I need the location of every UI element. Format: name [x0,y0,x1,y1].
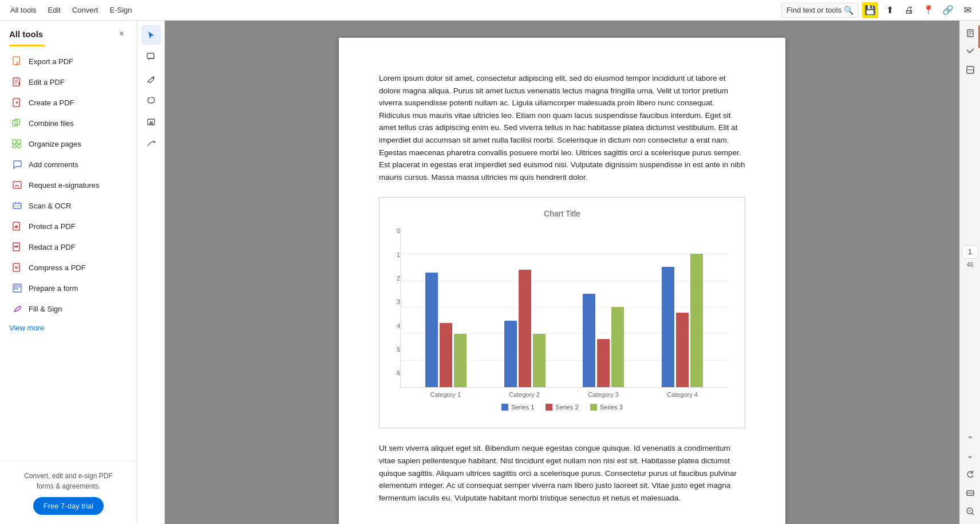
rotate-tool[interactable] [962,467,978,483]
prepare-form-label: Prepare a form [29,284,78,293]
search-icon: 🔍 [844,6,853,15]
menu-edit[interactable]: Edit [42,2,66,18]
x-label-2: Category 2 [485,391,564,398]
sidebar-title: All tools [9,29,43,39]
page-indicator: 1 [962,245,978,259]
cat3-series2-bar [597,339,610,387]
text-format-tool[interactable]: AA| [141,112,161,132]
svg-rect-26 [147,53,154,58]
category-4-bars [643,254,722,387]
content-area: Lorem ipsum dolor sit amet, consectetur … [165,21,959,524]
cat3-series3-bar [611,307,624,387]
edit-pdf-label: Edit a PDF [29,78,65,86]
link-icon[interactable]: 🔗 [940,2,956,18]
chart-legend: Series 1 Series 2 Series 3 [397,404,728,411]
menu-right: Find text or tools 🔍 💾 ⬆ 🖨 📍 🔗 ✉ [781,2,975,18]
sidebar-promo: Convert, edit and e-sign PDF forms & agr… [0,461,137,524]
sidebar-item-prepare-form[interactable]: Prepare a form [2,278,135,298]
x-label-1: Category 1 [406,391,485,398]
view-more-link[interactable]: View more [0,319,137,337]
email-icon[interactable]: ✉ [959,2,975,18]
svg-rect-12 [13,145,16,148]
chart-x-labels: Category 1 Category 2 Category 3 Categor… [400,391,728,398]
export-pdf-label: Export a PDF [29,57,73,66]
category-2-bars [485,270,564,387]
panel-tool-1[interactable] [962,25,978,41]
chart-container: Chart Title 6 5 4 3 2 1 0 [379,197,745,428]
cat4-series3-bar [690,254,703,387]
create-pdf-label: Create a PDF [29,99,74,107]
sidebar-item-add-comments[interactable]: Add comments [2,154,135,175]
create-pdf-icon [11,97,23,108]
svg-rect-11 [17,140,21,144]
sidebar-item-combine-files[interactable]: Combine files [2,113,135,133]
comment-tool[interactable] [141,47,161,66]
protect-pdf-label: Protect a PDF [29,222,76,231]
right-panel: 1 46 ⌃ ⌄ [959,21,980,524]
legend-series2-box [546,404,552,411]
panel-tool-3[interactable] [962,62,978,78]
promo-text: Convert, edit and e-sign PDF forms & agr… [9,471,128,491]
svg-rect-19 [16,226,17,228]
sidebar-item-request-esignatures[interactable]: Request e-signatures [2,175,135,195]
scan-ocr-label: Scan & OCR [29,202,71,210]
close-sidebar-button[interactable]: × [116,27,128,40]
svg-rect-24 [14,286,20,287]
lasso-tool[interactable] [141,90,161,110]
sidebar-item-redact-pdf[interactable]: Redact a PDF [2,237,135,257]
sidebar-header: All tools × [0,21,137,45]
menu-esign[interactable]: E-Sign [104,2,137,18]
sidebar-item-scan-ocr[interactable]: Scan & OCR [2,195,135,216]
compress-pdf-label: Compress a PDF [29,263,86,272]
sidebar: All tools × Export a PDF Edit a PDF Crea… [0,21,137,524]
nav-up-arrow[interactable]: ⌃ [965,432,976,446]
menu-all-tools[interactable]: All tools [5,2,42,18]
edit-pdf-icon [11,76,23,88]
category-1-bars [406,273,485,388]
svg-line-42 [972,513,974,515]
svg-rect-13 [17,145,21,148]
title-underline [9,45,45,46]
zoom-out-tool[interactable] [962,503,978,519]
sidebar-item-export-pdf[interactable]: Export a PDF [2,51,135,72]
combine-files-icon [11,117,23,129]
category-3-bars [564,294,643,387]
sidebar-item-protect-pdf[interactable]: Protect a PDF [2,216,135,237]
trial-button[interactable]: Free 7-day trial [33,497,104,515]
request-esignatures-icon [11,179,23,191]
fill-sign-icon [11,303,23,314]
menu-bar: All tools Edit Convert E-Sign Find text … [0,0,980,21]
fill-sign-label: Fill & Sign [29,305,62,313]
panel-tool-2[interactable] [962,44,978,60]
cat4-series2-bar [676,313,689,388]
svg-point-31 [153,141,155,143]
save-icon[interactable]: 💾 [862,2,878,18]
sidebar-item-compress-pdf[interactable]: Compress a PDF [2,257,135,278]
sidebar-item-edit-pdf[interactable]: Edit a PDF [2,72,135,92]
menu-convert[interactable]: Convert [66,2,104,18]
x-label-3: Category 3 [564,391,643,398]
pdf-scroll[interactable]: Lorem ipsum dolor sit amet, consectetur … [165,21,959,524]
chart-bars-area [400,227,728,388]
chart-title: Chart Title [397,209,728,218]
protect-pdf-icon [11,220,23,232]
main-container: All tools × Export a PDF Edit a PDF Crea… [0,21,980,524]
add-comments-label: Add comments [29,160,78,169]
find-box[interactable]: Find text or tools 🔍 [781,3,859,18]
sidebar-item-organize-pages[interactable]: Organize pages [2,133,135,154]
nav-down-arrow[interactable]: ⌄ [965,448,976,462]
print-icon[interactable]: 🖨 [901,2,917,18]
scan-tool[interactable] [962,485,978,501]
cat2-series3-bar [533,334,546,387]
svg-rect-25 [14,288,18,289]
signature-pen-tool[interactable] [141,134,161,153]
pdf-page: Lorem ipsum dolor sit amet, consectetur … [339,38,785,524]
sidebar-item-fill-sign[interactable]: Fill & Sign [2,298,135,319]
x-label-4: Category 4 [643,391,722,398]
pen-tool[interactable] [141,69,161,88]
cursor-tool[interactable] [141,25,161,45]
svg-rect-10 [13,140,16,144]
cloud-upload-icon[interactable]: ⬆ [882,2,898,18]
sidebar-item-create-pdf[interactable]: Create a PDF [2,92,135,113]
location-icon[interactable]: 📍 [920,2,936,18]
